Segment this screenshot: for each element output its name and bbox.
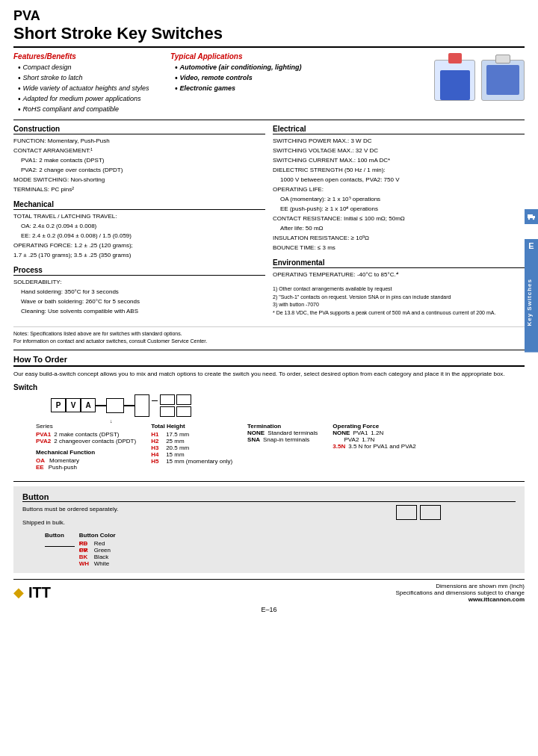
force-row-1: NONE PVA1 1.2N [333,430,415,436]
construction-heading: Construction [13,125,265,134]
btn-color-label: Button Color [79,532,116,539]
footer-left: ◆ ITT [13,584,51,601]
mechanical-group: Mechanical TOTAL TRAVEL / LATCHING TRAVE… [13,200,265,260]
mechanical-text: TOTAL TRAVEL / LATCHING TRAVEL: OA: 2.4±… [13,212,265,260]
connector-1 [96,405,106,406]
btn-diag-box-2 [420,505,441,520]
side-icon [527,212,536,221]
section-divider-2 [13,350,525,350]
switch-box-p: P [51,398,66,412]
term-sna: SNA Snap-in terminals [247,436,318,443]
page-header: PVA Short Stroke Key Switches [13,9,525,43]
color-bk: BK Black [79,554,116,560]
switch-diagram: P V A [51,394,525,417]
force-row-2: PVA2 1.7N [333,436,415,443]
height-h5: H515 mm (momentary only) [151,458,232,465]
environmental-heading: Environmental [273,258,525,268]
button-top-red [448,53,462,63]
footer-disclaimer1: Dimensions are shown mm (inch) [395,583,525,589]
features-section: Features/Benefits Compact design Short s… [13,52,525,115]
section-divider-1 [13,120,525,120]
height-box-1 [134,394,149,417]
svg-point-2 [528,218,530,220]
specs-left: Construction FUNCTION: Momentary, Push-P… [13,125,265,322]
hto-heading: How To Order [13,355,525,367]
button-desc1: Buttons must be ordered separately. [22,505,118,514]
height-h3: H320.5 mm [151,444,232,451]
height-label: Total Height [151,423,232,430]
force-box [160,406,175,417]
height-boxes [134,394,191,417]
electrical-heading: Electrical [273,125,525,134]
button-section: Button Buttons must be ordered separatel… [13,486,525,573]
btn-line [45,546,75,547]
options-area: Series PVA1 2 make contacts (DPST) PVA2 … [36,423,525,475]
environmental-group: Environmental OPERATING TEMPERATURE: -40… [273,258,525,279]
force-label: Operating Force [333,423,415,430]
force-section: Operating Force NONE PVA1 1.2N PVA2 1.7N… [333,423,415,475]
side-icon-tab [525,209,538,224]
mech-oa: OA Momentary [36,457,136,464]
hto-description: Our easy build-a-switch concept allows y… [13,370,525,379]
term-box-2 [176,394,191,405]
force-box-2 [176,406,191,417]
series-pva1-desc: 2 make contacts (DPST) [54,431,119,438]
notes-section: Notes: Specifications listed above are f… [13,326,525,345]
app-item-1: Automotive (air conditioning, lighting) [175,63,383,73]
svg-rect-1 [533,216,535,218]
features-heading: Features/Benefits [13,52,163,61]
button-colors-col: Button Color RD Red GR Green BK Black WH… [79,532,116,567]
mech-oa-name: OA [36,457,45,464]
mech-ee-name: EE [36,464,44,471]
product-images [390,52,525,115]
product-image-1 [434,60,475,101]
button-types-col: Button PE PV [45,532,64,567]
series-pva1: PVA1 2 make contacts (DPST) [36,431,136,438]
process-group: Process SOLDERABILITY: Hand soldering: 3… [13,266,265,316]
features-list: Compact design Short stroke to latch Wid… [13,63,163,115]
height-h2: H225 mm [151,438,232,444]
button-top-gray [495,55,510,63]
process-text: SOLDERABILITY: Hand soldering: 350°C for… [13,278,265,316]
feature-item-5: RoHS compliant and compatible [18,105,163,115]
color-rd: RD Red [79,540,116,547]
mech-ee: EE Push-push [36,464,136,471]
mech-ee-desc: Push-push [49,464,77,471]
force-row-3: 3.5N 3.5 N for PVA1 and PVA2 [333,443,415,450]
apps-list: Automotive (air conditioning, lighting) … [170,63,383,94]
page: PVA Short Stroke Key Switches Features/B… [0,0,538,756]
product-image-2 [481,60,525,101]
button-heading: Button [22,492,516,502]
svg-point-3 [533,218,534,220]
mech-section: Mechanical Function OA Momentary EE Push… [36,449,136,471]
mech-box [106,398,124,413]
footer-website: www.ittcannon.com [395,596,525,603]
button-diagram [396,505,441,520]
features-column: Features/Benefits Compact design Short s… [13,52,163,115]
footer-disclaimer2: Specifications and dimensions subject to… [395,589,525,596]
footnotes: 1) Other contact arrangements available … [273,285,525,317]
product-code: PVA [13,9,525,24]
series-label: Series [36,423,136,430]
switch-label: Switch [13,383,525,391]
button-desc2: Shipped in bulk. [22,518,118,527]
footer-right: Dimensions are shown mm (inch) Specifica… [395,583,525,603]
connector-2 [124,405,134,406]
environmental-text: OPERATING TEMPERATURE: -40°C to 85°C.⁴ [273,270,525,279]
footer: ◆ ITT Dimensions are shown mm (inch) Spe… [13,579,525,603]
svg-rect-0 [528,214,533,218]
specs-right: Electrical SWITCHING POWER MAX.: 3 W DC … [273,125,525,322]
process-heading: Process [13,266,265,276]
color-wh: WH White [79,560,116,567]
series-section: Series PVA1 2 make contacts (DPST) PVA2 … [36,423,136,471]
apps-column: Typical Applications Automotive (air con… [170,52,383,115]
height-h1: H117.5 mm [151,431,232,438]
app-item-3: Electronic games [175,84,383,94]
page-number: E–16 [13,606,525,613]
side-e-label: E [525,239,538,252]
term-label: Termination [247,423,318,430]
header-divider [13,46,525,48]
height-section: Total Height H117.5 mm H225 mm H320.5 mm… [151,423,232,475]
series-pva1-name: PVA1 [36,431,51,438]
feature-item-3: Wide variety of actuator heights and sty… [18,84,163,94]
